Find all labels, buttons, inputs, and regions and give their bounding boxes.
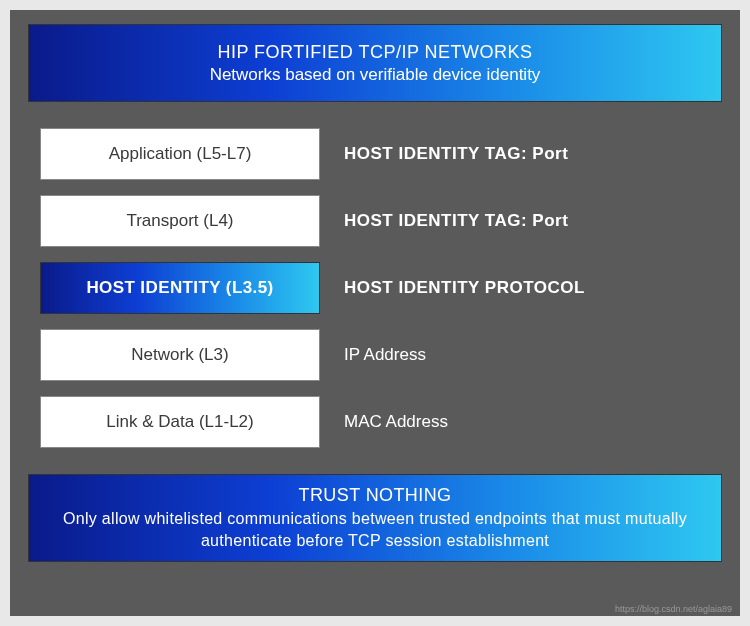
layer-stack: Application (L5-L7) HOST IDENTITY TAG: P… xyxy=(28,122,722,454)
header-subtitle: Networks based on verifiable device iden… xyxy=(41,65,709,85)
layer-desc-host-identity: HOST IDENTITY PROTOCOL xyxy=(344,278,585,298)
layer-box-network: Network (L3) xyxy=(40,329,320,381)
layer-row-host-identity: HOST IDENTITY (L3.5) HOST IDENTITY PROTO… xyxy=(40,262,710,314)
footer-title: TRUST NOTHING xyxy=(45,485,705,506)
layer-desc-application: HOST IDENTITY TAG: Port xyxy=(344,144,568,164)
footer-banner: TRUST NOTHING Only allow whitelisted com… xyxy=(28,474,722,562)
layer-desc-link-data: MAC Address xyxy=(344,412,448,432)
layer-box-link-data: Link & Data (L1-L2) xyxy=(40,396,320,448)
layer-desc-transport: HOST IDENTITY TAG: Port xyxy=(344,211,568,231)
hip-network-stack-diagram: HIP FORTIFIED TCP/IP NETWORKS Networks b… xyxy=(10,10,740,616)
footer-subtitle: Only allow whitelisted communications be… xyxy=(45,508,705,551)
layer-row-application: Application (L5-L7) HOST IDENTITY TAG: P… xyxy=(40,128,710,180)
layer-row-transport: Transport (L4) HOST IDENTITY TAG: Port xyxy=(40,195,710,247)
layer-desc-network: IP Address xyxy=(344,345,426,365)
watermark-credit: https://blog.csdn.net/aglaia89 xyxy=(615,604,732,614)
header-title: HIP FORTIFIED TCP/IP NETWORKS xyxy=(41,42,709,63)
layer-box-application: Application (L5-L7) xyxy=(40,128,320,180)
header-banner: HIP FORTIFIED TCP/IP NETWORKS Networks b… xyxy=(28,24,722,102)
layer-row-link-data: Link & Data (L1-L2) MAC Address xyxy=(40,396,710,448)
layer-row-network: Network (L3) IP Address xyxy=(40,329,710,381)
layer-box-transport: Transport (L4) xyxy=(40,195,320,247)
layer-box-host-identity: HOST IDENTITY (L3.5) xyxy=(40,262,320,314)
